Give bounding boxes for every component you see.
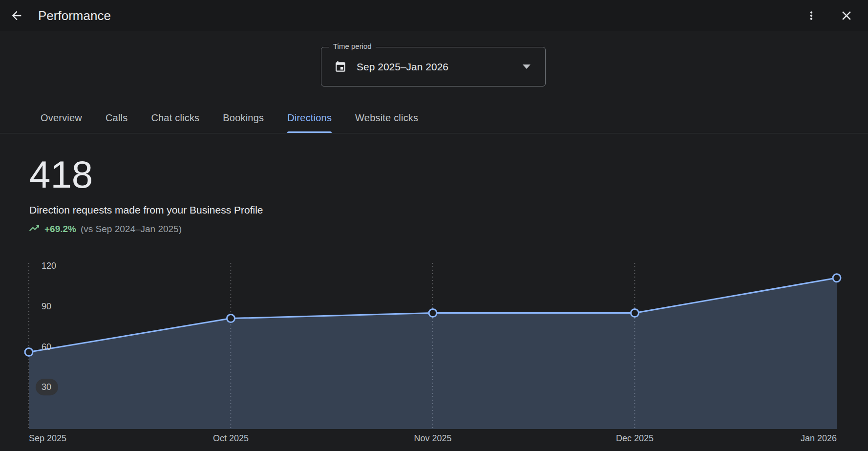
time-period-select[interactable]: Time period Sep 2025–Jan 2026 (321, 47, 546, 86)
tab-website-clicks[interactable]: Website clicks (355, 103, 418, 133)
y-axis-label-30: 30 (42, 382, 51, 392)
chart-point-nov-2025[interactable] (429, 309, 437, 317)
more-options-button[interactable] (801, 5, 822, 26)
time-period-label: Time period (329, 42, 376, 50)
trend-percent: +69.2% (44, 224, 76, 235)
chart-point-dec-2025[interactable] (631, 309, 639, 317)
trend-row: +69.2% (vs Sep 2024–Jan 2025) (28, 222, 182, 236)
trending-up-icon (28, 222, 40, 236)
directions-chart: 120906030Sep 2025Oct 2025Nov 2025Dec 202… (0, 254, 868, 451)
kebab-menu-icon (805, 9, 818, 22)
y-axis-label-60: 60 (42, 342, 51, 352)
metric-value: 418 (29, 154, 93, 194)
tab-calls[interactable]: Calls (106, 103, 127, 133)
y-axis-label-90: 90 (42, 301, 51, 311)
tab-directions[interactable]: Directions (287, 103, 332, 133)
y-axis-label-120: 120 (42, 261, 56, 271)
performance-page: Performance Time period Sep 2025–Jan 202… (0, 0, 868, 451)
x-axis-label-oct-2025: Oct 2025 (213, 433, 249, 443)
arrow-back-icon (10, 9, 23, 22)
page-title: Performance (38, 8, 111, 23)
tab-overview[interactable]: Overview (41, 103, 82, 133)
back-button[interactable] (6, 5, 27, 26)
x-axis-label-jan-2026: Jan 2026 (801, 433, 837, 443)
x-axis-label-nov-2025: Nov 2025 (414, 433, 451, 443)
header-bar: Performance (0, 0, 868, 31)
chart-point-oct-2025[interactable] (227, 315, 235, 322)
chart-point-jan-2026[interactable] (833, 274, 841, 282)
x-axis-label-dec-2025: Dec 2025 (616, 433, 654, 443)
trend-comparison: (vs Sep 2024–Jan 2025) (81, 224, 182, 235)
x-axis-label-sep-2025: Sep 2025 (29, 433, 66, 443)
tabs: OverviewCallsChat clicksBookingsDirectio… (0, 103, 868, 133)
chart-point-sep-2025[interactable] (25, 348, 33, 356)
tab-bookings[interactable]: Bookings (223, 103, 264, 133)
time-period-value: Sep 2025–Jan 2026 (357, 61, 448, 73)
metric-description: Direction requests made from your Busine… (29, 204, 263, 216)
calendar-icon (334, 61, 347, 73)
close-icon (839, 8, 854, 23)
close-button[interactable] (836, 5, 857, 26)
caret-down-icon (523, 64, 530, 69)
tab-chat-clicks[interactable]: Chat clicks (151, 103, 199, 133)
